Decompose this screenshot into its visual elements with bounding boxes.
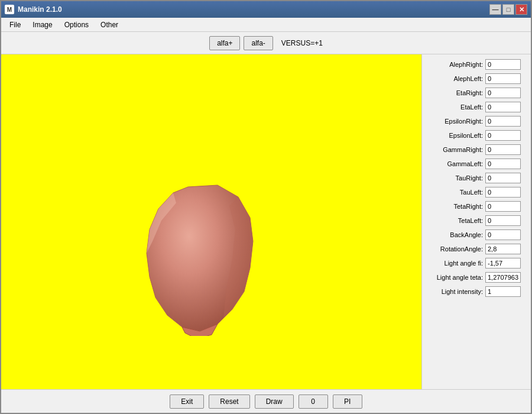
param-row-alephleft: AlephLeft: xyxy=(427,73,526,84)
titlebar-buttons: — □ ✕ xyxy=(489,4,527,15)
param-label-lightintensity: Light intensity: xyxy=(427,288,483,295)
param-input-rotationangle[interactable] xyxy=(485,244,521,254)
param-input-tauright[interactable] xyxy=(485,173,521,183)
main-content: AlephRight:AlephLeft:EtaRight:EtaLeft:Ep… xyxy=(1,54,531,389)
param-row-lightangleteta: Light angle teta: xyxy=(427,272,526,283)
param-input-etaright[interactable] xyxy=(485,88,521,98)
params-container: AlephRight:AlephLeft:EtaRight:EtaLeft:Ep… xyxy=(427,59,526,297)
toolbar: alfa+ alfa- VERSUS=+1 xyxy=(1,32,531,54)
param-label-etaleft: EtaLeft: xyxy=(427,104,483,111)
param-input-tauleft[interactable] xyxy=(485,187,521,198)
draw-button[interactable]: Draw xyxy=(255,394,294,409)
head-svg xyxy=(141,182,259,336)
param-label-lightangleteta: Light angle teta: xyxy=(427,274,483,281)
param-label-alephright: AlephRight: xyxy=(427,61,483,68)
pi-button[interactable]: PI xyxy=(333,394,362,409)
menubar: File Image Options Other xyxy=(1,18,531,32)
param-input-gammaleft[interactable] xyxy=(485,159,521,169)
param-row-gammaleft: GammaLeft: xyxy=(427,159,526,169)
alfa-plus-button[interactable]: alfa+ xyxy=(209,36,240,50)
param-label-gammaleft: GammaLeft: xyxy=(427,160,483,167)
bottombar: Exit Reset Draw 0 PI xyxy=(1,389,531,413)
param-label-epsilonleft: EpsilonLeft: xyxy=(427,132,483,139)
param-row-backangle: BackAngle: xyxy=(427,229,526,240)
minimize-button[interactable]: — xyxy=(489,4,501,15)
exit-button[interactable]: Exit xyxy=(170,394,204,409)
param-input-alephright[interactable] xyxy=(485,59,521,70)
param-input-tetaleft[interactable] xyxy=(485,215,521,226)
maximize-button[interactable]: □ xyxy=(502,4,514,15)
reset-button[interactable]: Reset xyxy=(209,394,249,409)
param-row-gammaright: GammaRight: xyxy=(427,144,526,155)
alfa-minus-button[interactable]: alfa- xyxy=(244,36,273,50)
param-label-tetaleft: TetaLeft: xyxy=(427,217,483,224)
param-label-tauright: TauRight: xyxy=(427,174,483,182)
param-label-epsilonright: EpsilonRight: xyxy=(427,118,483,125)
param-row-tetaleft: TetaLeft: xyxy=(427,215,526,226)
param-label-etaright: EtaRight: xyxy=(427,89,483,96)
param-input-etaleft[interactable] xyxy=(485,102,521,112)
param-input-epsilonright[interactable] xyxy=(485,116,521,127)
menu-file[interactable]: File xyxy=(4,19,27,31)
param-input-epsilonleft[interactable] xyxy=(485,130,521,141)
menu-image[interactable]: Image xyxy=(27,19,58,31)
window-title: Manikin 2.1.0 xyxy=(18,5,62,14)
main-window: M Manikin 2.1.0 — □ ✕ File Image Options… xyxy=(0,0,532,414)
right-panel: AlephRight:AlephLeft:EtaRight:EtaLeft:Ep… xyxy=(421,54,531,389)
param-label-tauleft: TauLeft: xyxy=(427,189,483,196)
param-row-tauleft: TauLeft: xyxy=(427,187,526,198)
param-row-epsilonright: EpsilonRight: xyxy=(427,116,526,127)
param-row-lightintensity: Light intensity: xyxy=(427,286,526,297)
param-label-alephleft: AlephLeft: xyxy=(427,75,483,82)
param-row-etaleft: EtaLeft: xyxy=(427,102,526,112)
menu-options[interactable]: Options xyxy=(59,19,95,31)
param-row-tauright: TauRight: xyxy=(427,173,526,183)
param-row-epsilonleft: EpsilonLeft: xyxy=(427,130,526,141)
param-row-lightanglefi: Light angle fi: xyxy=(427,258,526,269)
param-row-etaright: EtaRight: xyxy=(427,88,526,98)
param-input-tetaright[interactable] xyxy=(485,201,521,212)
param-label-lightanglefi: Light angle fi: xyxy=(427,260,483,267)
app-icon: M xyxy=(5,5,14,14)
head-model xyxy=(141,182,259,336)
param-input-lightanglefi[interactable] xyxy=(485,258,521,269)
param-input-lightintensity[interactable] xyxy=(485,286,521,297)
param-label-backangle: BackAngle: xyxy=(427,231,483,238)
zero-button[interactable]: 0 xyxy=(299,394,328,409)
param-row-rotationangle: RotationAngle: xyxy=(427,244,526,254)
versus-label: VERSUS=+1 xyxy=(281,39,323,47)
param-label-gammaright: GammaRight: xyxy=(427,146,483,153)
param-row-alephright: AlephRight: xyxy=(427,59,526,70)
titlebar: M Manikin 2.1.0 — □ ✕ xyxy=(1,1,531,18)
param-row-tetaright: TetaRight: xyxy=(427,201,526,212)
param-label-rotationangle: RotationAngle: xyxy=(427,245,483,253)
menu-other[interactable]: Other xyxy=(95,19,124,31)
param-input-alephleft[interactable] xyxy=(485,73,521,84)
param-input-backangle[interactable] xyxy=(485,229,521,240)
param-input-gammaright[interactable] xyxy=(485,144,521,155)
close-button[interactable]: ✕ xyxy=(515,4,527,15)
param-input-lightangleteta[interactable] xyxy=(485,272,521,283)
param-label-tetaright: TetaRight: xyxy=(427,203,483,210)
viewport[interactable] xyxy=(1,54,421,389)
